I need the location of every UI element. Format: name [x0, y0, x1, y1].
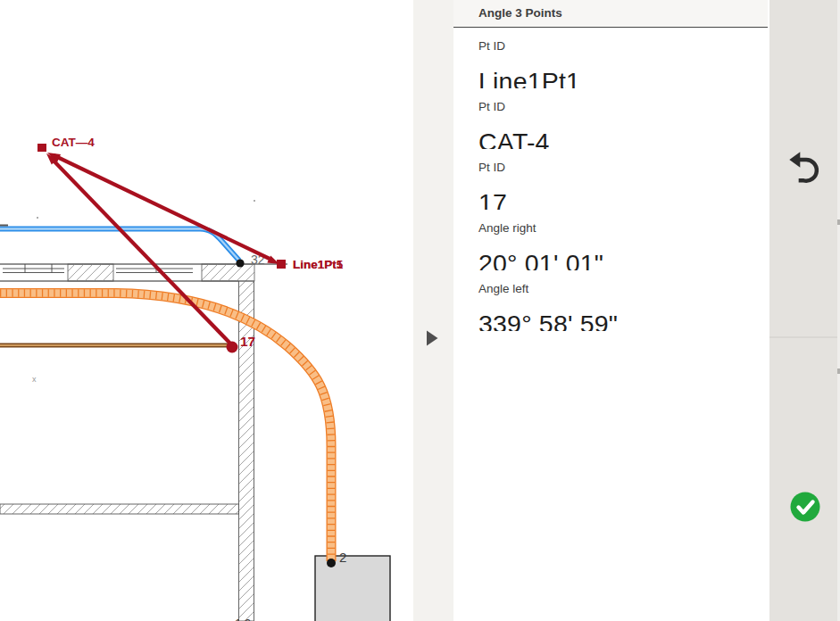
point-line1pt-marker[interactable]: [277, 260, 286, 269]
right-triangle-icon: [425, 329, 439, 347]
sidebar-divider: [769, 336, 840, 338]
point-cat4-marker[interactable]: [37, 144, 46, 152]
expand-panel-handle[interactable]: [425, 329, 439, 347]
field-label: Pt ID: [478, 160, 768, 176]
field-label: Pt ID: [478, 38, 768, 54]
point-cat4-label: CAT—4: [52, 136, 95, 149]
field-label: Angle left: [478, 281, 768, 297]
point-17-label: 17: [240, 334, 255, 349]
confirm-button[interactable]: [789, 491, 821, 523]
panel-edge-strip: [413, 0, 453, 621]
drawing-canvas[interactable]: 32 CAT—4: [0, 0, 413, 621]
blue-utility-line: [0, 229, 239, 261]
field-pt-id-2: Pt ID CAT-4: [453, 99, 768, 149]
field-value-pt-id-3[interactable]: 17: [478, 190, 768, 210]
orange-cable: [0, 294, 331, 562]
undo-icon: [787, 150, 823, 186]
field-angle-right: Angle right 20° 01' 01": [453, 220, 768, 270]
gray-structure-box: [315, 556, 390, 621]
field-pt-id-3: Pt ID 17: [453, 160, 768, 210]
field-label: Pt ID: [478, 99, 768, 115]
field-pt-id-1: Pt ID Line1Pt1: [453, 38, 768, 88]
field-angle-left: Angle left 339° 58' 59": [453, 281, 768, 331]
point-2-label: 2: [339, 550, 346, 565]
application-window: 32 CAT—4: [0, 0, 840, 621]
point-17-marker[interactable]: [227, 342, 238, 353]
point-32-marker[interactable]: [236, 259, 244, 267]
dimension-label: 1.6: [235, 617, 251, 621]
panel-title: Angle 3 Points: [453, 0, 768, 28]
field-label: Angle right: [478, 220, 768, 236]
undo-button[interactable]: [787, 150, 823, 186]
point-line1pt5-label: Line1Pt5: [293, 258, 344, 271]
field-value-pt-id-1[interactable]: Line1Pt1: [478, 69, 768, 88]
panel-title-text: Angle 3 Points: [478, 6, 562, 20]
green-check-icon: [789, 491, 821, 523]
point-2-marker[interactable]: [327, 559, 336, 567]
x-mark: x: [32, 375, 37, 384]
field-value-angle-right[interactable]: 20° 01' 01": [478, 251, 768, 270]
action-sidebar: [768, 0, 840, 621]
field-value-angle-left[interactable]: 339° 58' 59": [478, 311, 768, 331]
angle-3-points-panel: Angle 3 Points Pt ID Line1Pt1 Pt ID CAT-…: [453, 0, 768, 621]
canvas-specks: [0, 200, 255, 226]
field-value-pt-id-2[interactable]: CAT-4: [478, 129, 768, 149]
